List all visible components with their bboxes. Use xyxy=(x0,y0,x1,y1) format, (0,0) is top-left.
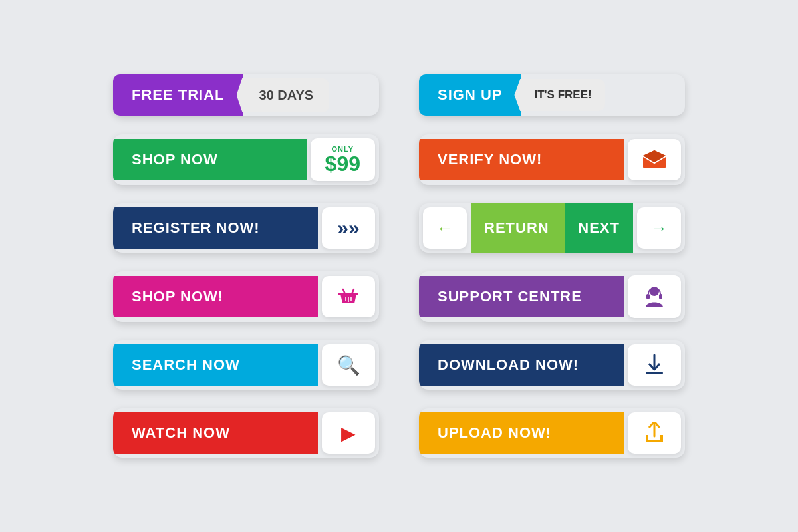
svg-rect-6 xyxy=(659,294,662,299)
shop-now-bag-button[interactable]: SHOP NOW! xyxy=(113,271,379,322)
shop-now-price-label: SHOP NOW xyxy=(113,139,307,180)
svg-rect-7 xyxy=(646,372,663,374)
next-label: NEXT xyxy=(565,203,633,253)
return-label: RETURN xyxy=(471,203,565,253)
free-trial-label: FREE TRIAL xyxy=(113,74,243,116)
verify-now-label: VERIFY NOW! xyxy=(419,139,624,180)
sign-up-badge: IT'S FREE! xyxy=(521,79,604,111)
free-trial-badge: 30 DAYS xyxy=(243,78,330,112)
return-next-button[interactable]: ← RETURN NEXT → xyxy=(419,203,685,253)
download-now-label: DOWNLOAD NOW! xyxy=(419,344,624,386)
double-arrow-icon: »» xyxy=(322,207,375,249)
upload-icon xyxy=(628,412,681,454)
free-trial-button[interactable]: FREE TRIAL 30 DAYS xyxy=(113,74,379,116)
register-now-label: REGISTER NOW! xyxy=(113,207,318,249)
basket-icon xyxy=(322,276,375,317)
headset-icon xyxy=(628,275,681,318)
svg-rect-10 xyxy=(660,435,663,442)
upload-now-label: UPLOAD NOW! xyxy=(419,412,624,454)
return-arrow-icon: ← xyxy=(423,207,467,249)
envelope-icon xyxy=(628,139,681,180)
shop-price-value: $99 xyxy=(325,153,360,174)
watch-now-button[interactable]: WATCH NOW ▶ xyxy=(113,408,379,458)
support-centre-label: SUPPORT CENTRE xyxy=(419,276,624,317)
sign-up-label: SIGN UP xyxy=(419,74,521,116)
upload-now-button[interactable]: UPLOAD NOW! xyxy=(419,408,685,458)
sign-up-button[interactable]: SIGN UP IT'S FREE! xyxy=(419,74,685,116)
register-now-button[interactable]: REGISTER NOW! »» xyxy=(113,203,379,253)
play-icon: ▶ xyxy=(322,412,375,454)
shop-now-price-box: ONLY $99 xyxy=(311,138,375,181)
svg-rect-5 xyxy=(646,294,650,299)
search-now-label: SEARCH NOW xyxy=(113,344,318,386)
svg-rect-9 xyxy=(646,435,648,442)
next-arrow-icon: → xyxy=(637,207,681,249)
download-now-button[interactable]: DOWNLOAD NOW! xyxy=(419,340,685,390)
verify-now-button[interactable]: VERIFY NOW! xyxy=(419,134,685,185)
search-icon: 🔍 xyxy=(322,344,375,386)
support-centre-button[interactable]: SUPPORT CENTRE xyxy=(419,271,685,322)
shop-now-bag-label: SHOP NOW! xyxy=(113,276,318,317)
search-now-button[interactable]: SEARCH NOW 🔍 xyxy=(113,340,379,390)
watch-now-label: WATCH NOW xyxy=(113,412,318,454)
shop-now-price-button[interactable]: SHOP NOW ONLY $99 xyxy=(113,134,379,185)
download-icon xyxy=(628,344,681,386)
